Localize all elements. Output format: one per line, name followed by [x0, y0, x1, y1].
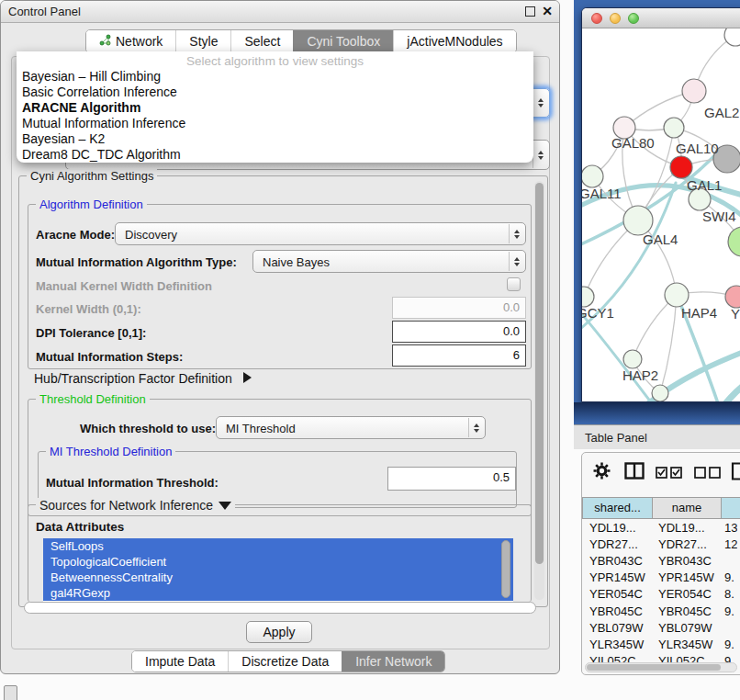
- network-canvas[interactable]: GAL2GAL80GAL10GAL1GAL11SWI4GAL4GCY1HAP4Y…: [582, 28, 740, 402]
- kernel-width-input[interactable]: 0.0: [392, 297, 526, 319]
- column-header-shared[interactable]: shared...: [582, 497, 653, 519]
- network-window-titlebar[interactable]: [582, 8, 740, 28]
- network-node-label: GCY1: [582, 305, 614, 321]
- table-cell: YDR27...: [652, 537, 721, 551]
- document-icon[interactable]: [731, 462, 740, 484]
- tab-network[interactable]: Network: [86, 30, 175, 52]
- traffic-light-zoom-icon[interactable]: [628, 13, 639, 24]
- algorithm-placeholder: Select algorithm to view settings: [17, 53, 533, 69]
- table-cell: YBR045C: [583, 604, 652, 618]
- tab-cyni-toolbox[interactable]: Cyni Toolbox: [293, 30, 393, 52]
- tab-label: Select: [244, 34, 280, 49]
- table-row[interactable]: YBR045CYBR045C9.: [583, 603, 740, 619]
- table-cell: YBR043C: [583, 554, 652, 568]
- manual-kernel-checkbox[interactable]: [507, 277, 521, 291]
- network-node[interactable]: [665, 283, 689, 307]
- attributes-scrollbar[interactable]: [501, 540, 510, 598]
- tab-style[interactable]: Style: [175, 30, 230, 52]
- settings-horizontal-scrollbar[interactable]: [24, 602, 536, 614]
- tab-jactivemnodules[interactable]: jActiveMNodules: [393, 30, 515, 52]
- table-row[interactable]: YBL079WYBL079W: [583, 619, 740, 636]
- dpi-tolerance-input[interactable]: 0.0: [392, 321, 526, 343]
- sources-toggle[interactable]: Sources for Network Inference: [36, 498, 235, 513]
- table-cell: YDR27...: [583, 537, 652, 551]
- control-panel-title: Control Panel: [8, 5, 81, 18]
- scrollbar-thumb[interactable]: [587, 664, 721, 671]
- control-panel-titlebar: Control Panel ✕: [1, 1, 559, 23]
- algorithm-option[interactable]: Dream8 DC_TDC Algorithm: [17, 147, 533, 163]
- network-node-label: GAL11: [582, 186, 622, 201]
- table-cell: YPR145W: [652, 570, 721, 584]
- docked-panel-icon[interactable]: [4, 685, 17, 700]
- table-cell: 9.: [721, 604, 734, 618]
- table-horizontal-scrollbar[interactable]: [585, 662, 737, 672]
- deselect-all-checkboxes-icon[interactable]: [694, 466, 722, 482]
- attribute-item[interactable]: SelfLoops: [43, 538, 513, 554]
- traffic-light-close-icon[interactable]: [591, 13, 602, 24]
- tab-infer-network[interactable]: Infer Network: [342, 651, 444, 672]
- network-node[interactable]: [623, 350, 642, 368]
- scrollbar-thumb[interactable]: [535, 183, 544, 564]
- network-node[interactable]: [725, 286, 740, 308]
- float-window-icon[interactable]: [525, 6, 535, 17]
- which-threshold-label: Which threshold to use:: [80, 422, 216, 435]
- cyni-algorithm-settings-group: Cyni Algorithm Settings Algorithm Defini…: [18, 175, 548, 607]
- combo-arrows-icon: [533, 90, 548, 116]
- table-panel: shared... name YDL19...YDL19...13YDR27..…: [581, 452, 740, 675]
- table-row[interactable]: YDL19...YDL19...13: [583, 519, 740, 536]
- mi-steps-input[interactable]: 6: [392, 344, 526, 367]
- mi-threshold-input[interactable]: 0.5: [387, 467, 516, 491]
- table-cell: YDL19...: [652, 521, 721, 535]
- which-threshold-combo[interactable]: MI Threshold: [216, 416, 486, 439]
- table-row[interactable]: YPR145WYPR145W9.: [583, 570, 740, 586]
- table-cell: YER054C: [583, 587, 652, 601]
- algorithm-option[interactable]: Basic Correlation Inference: [17, 85, 533, 100]
- traffic-light-minimize-icon[interactable]: [610, 13, 621, 24]
- table-row[interactable]: YLR345WYLR345W9.: [583, 636, 740, 652]
- network-edge-highlighted[interactable]: [720, 378, 740, 402]
- network-node-label: Y: [731, 306, 740, 322]
- network-node[interactable]: [664, 118, 684, 138]
- table-cell: 8.: [721, 587, 734, 601]
- tab-label: Style: [189, 34, 218, 49]
- select-all-checkboxes-icon[interactable]: [656, 466, 683, 482]
- tab-select[interactable]: Select: [230, 30, 293, 52]
- tab-impute-data[interactable]: Impute Data: [132, 651, 228, 672]
- network-node-label: HAP4: [681, 305, 717, 321]
- table-panel-header: Table Panel: [574, 424, 740, 449]
- table-row[interactable]: YDR27...YDR27...12: [583, 536, 740, 552]
- network-node[interactable]: [728, 227, 740, 256]
- hub-definition-toggle[interactable]: Hub/Transcription Factor Definition: [34, 371, 252, 386]
- settings-vertical-scrollbar[interactable]: [534, 181, 544, 600]
- dpi-tolerance-label: DPI Tolerance [0,1]:: [36, 326, 146, 340]
- network-node-label: GAL80: [611, 135, 655, 151]
- network-node-label: GAL4: [643, 231, 678, 247]
- tab-discretize-data[interactable]: Discretize Data: [228, 651, 342, 672]
- combo-arrows-icon: [509, 252, 524, 271]
- column-header-name[interactable]: name: [653, 497, 722, 519]
- cytoscape-desktop: GAL2GAL80GAL10GAL1GAL11SWI4GAL4GCY1HAP4Y…: [574, 0, 740, 424]
- algorithm-option-selected[interactable]: ARACNE Algorithm: [17, 100, 533, 116]
- apply-button[interactable]: Apply: [246, 621, 312, 643]
- column-header-clipped[interactable]: [722, 497, 740, 519]
- attribute-item[interactable]: BetweennessCentrality: [43, 570, 513, 585]
- network-node[interactable]: [682, 79, 706, 103]
- algorithm-option[interactable]: Bayesian – Hill Climbing: [17, 69, 533, 85]
- column-split-icon[interactable]: [624, 462, 645, 483]
- algorithm-option[interactable]: Mutual Information Inference: [17, 116, 533, 131]
- algorithm-definition-group: Algorithm Definition Aracne Mode: Discov…: [28, 204, 532, 369]
- table-row[interactable]: YER054CYER054C8.: [583, 586, 740, 603]
- settings-gear-icon[interactable]: [593, 462, 611, 483]
- attribute-item[interactable]: TopologicalCoefficient: [43, 554, 513, 570]
- aracne-mode-combo[interactable]: Discovery: [115, 222, 526, 245]
- network-node[interactable]: [582, 287, 594, 307]
- algorithm-option[interactable]: Bayesian – K2: [17, 131, 533, 147]
- network-node[interactable]: [670, 156, 692, 178]
- close-icon[interactable]: ✕: [542, 4, 553, 18]
- table-row[interactable]: YBR043CYBR043C: [583, 552, 740, 569]
- network-node[interactable]: [724, 28, 740, 46]
- network-node[interactable]: [582, 165, 603, 187]
- network-node[interactable]: [652, 385, 668, 401]
- mi-algorithm-type-combo[interactable]: Naive Bayes: [252, 250, 526, 273]
- attribute-item[interactable]: gal4RGexp: [43, 585, 513, 601]
